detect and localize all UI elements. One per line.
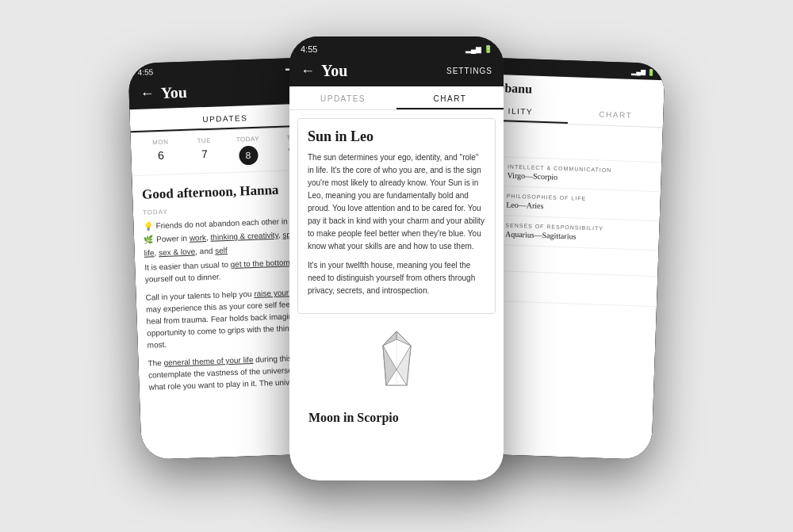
sun-desc-1: The sun determines your ego, identity, a… <box>308 151 485 253</box>
cal-day-mon[interactable]: MON 6 <box>139 138 183 169</box>
center-time: 4:55 <box>301 44 317 54</box>
center-status-icons: ▂▄▆ 🔋 <box>465 45 492 53</box>
crystal-icon <box>375 330 419 393</box>
center-phone: 4:55 ▂▄▆ 🔋 ← You SETTINGS UPDATES CHART <box>289 36 504 480</box>
cal-day-tue[interactable]: TUE 7 <box>182 136 227 167</box>
center-notch <box>365 36 428 52</box>
right-status-icons: ▂▄▆ 🔋 <box>631 67 655 75</box>
sun-title: Sun in Leo <box>308 128 485 145</box>
center-back-button[interactable]: ← <box>301 63 315 79</box>
left-back-button[interactable]: ← <box>140 85 155 102</box>
left-app-title: You <box>160 82 187 101</box>
svg-marker-2 <box>383 331 396 346</box>
greeting-text: Good afternoon, Hanna <box>142 181 314 203</box>
center-app-title: You <box>321 62 347 80</box>
crystal-container <box>289 322 504 401</box>
center-tabs: UPDATES CHART <box>289 86 504 110</box>
center-settings-link[interactable]: SETTINGS <box>446 67 492 75</box>
sun-card: Sun in Leo The sun determines your ego, … <box>297 118 496 314</box>
center-tab-updates[interactable]: UPDATES <box>289 86 396 109</box>
center-screen: UPDATES CHART Sun in Leo The sun determi… <box>289 86 504 480</box>
center-chart-content: Sun in Leo The sun determines your ego, … <box>289 110 504 480</box>
cal-day-today[interactable]: TODAY 8 <box>226 135 270 166</box>
sun-desc-2: It's in your twelfth house, meaning you … <box>308 259 485 297</box>
left-time: 4:55 <box>138 67 154 77</box>
svg-marker-1 <box>396 331 411 346</box>
today-label: TODAY <box>143 203 314 216</box>
center-app-header: ← You SETTINGS <box>289 57 504 86</box>
center-tab-chart[interactable]: CHART <box>396 86 504 109</box>
moon-title: Moon in Scorpio <box>297 408 504 428</box>
right-tab-chart[interactable]: CHART <box>568 101 664 127</box>
svg-marker-4 <box>383 346 396 385</box>
phones-container: 4:55 ▂▄▆ 🔋 ← You UPDATES <box>119 21 674 512</box>
